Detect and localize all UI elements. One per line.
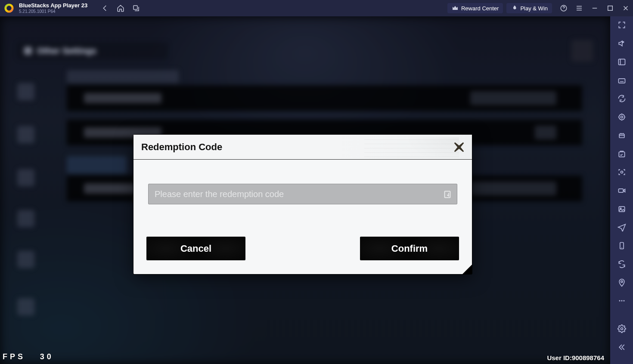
side-toolbar	[610, 16, 633, 364]
keyboard-icon[interactable]	[617, 76, 627, 85]
cancel-label: Cancel	[180, 243, 211, 254]
svg-point-19	[621, 300, 622, 302]
crown-icon	[452, 5, 459, 12]
svg-point-17	[621, 281, 622, 282]
fullscreen-icon[interactable]	[617, 21, 627, 30]
settings-nav-icon	[17, 298, 34, 315]
svg-point-1	[6, 6, 11, 10]
play-and-win-button[interactable]: Play & Win	[506, 3, 552, 13]
maximize-button[interactable]	[606, 4, 614, 12]
settings-nav-icon	[17, 251, 34, 268]
help-button[interactable]	[560, 4, 568, 12]
image-icon[interactable]	[617, 204, 627, 213]
redemption-code-input[interactable]	[155, 189, 436, 199]
redemption-code-modal: Redemption Code Cancel Confirm	[133, 135, 472, 274]
record-icon[interactable]	[617, 186, 627, 195]
settings-nav-icon	[17, 126, 34, 143]
reward-center-button[interactable]: Reward Center	[447, 3, 503, 13]
back-button[interactable]	[101, 4, 109, 12]
svg-rect-13	[618, 189, 623, 192]
play-win-label: Play & Win	[520, 5, 548, 12]
workspace: Other Settings Redemption Code	[0, 16, 633, 364]
confirm-label: Confirm	[391, 243, 428, 254]
svg-point-20	[623, 300, 624, 302]
fire-icon	[511, 5, 518, 12]
confirm-button[interactable]: Confirm	[360, 237, 459, 260]
airplane-icon[interactable]	[617, 223, 627, 232]
hamburger-menu-button[interactable]	[575, 4, 583, 12]
settings-title: Other Settings	[17, 42, 168, 59]
recents-button[interactable]	[132, 4, 140, 12]
titlebar: BlueStacks App Player 23 5.21.205.1001 P…	[0, 0, 633, 16]
svg-rect-14	[619, 207, 624, 212]
svg-point-18	[619, 300, 620, 302]
minimize-button[interactable]	[591, 4, 599, 12]
svg-rect-5	[445, 191, 450, 198]
sync-icon[interactable]	[617, 94, 627, 103]
game-viewport: Other Settings Redemption Code	[0, 16, 610, 364]
paste-button[interactable]	[441, 188, 453, 200]
location-icon[interactable]	[617, 278, 627, 287]
target-icon[interactable]	[617, 113, 627, 122]
rotate-icon[interactable]	[617, 260, 627, 269]
keymap-icon[interactable]	[617, 57, 627, 66]
reward-center-label: Reward Center	[461, 5, 499, 12]
collapse-toolbar-icon[interactable]	[617, 342, 627, 352]
title-block: BlueStacks App Player 23 5.21.205.1001 P…	[19, 3, 87, 13]
svg-point-12	[621, 171, 623, 173]
svg-rect-7	[618, 78, 625, 83]
modal-title: Redemption Code	[141, 142, 222, 153]
settings-close-button-blurred	[571, 40, 593, 62]
settings-nav-icon	[17, 210, 34, 227]
svg-point-9	[621, 116, 623, 118]
user-id-display: User ID:900898764	[547, 354, 604, 361]
settings-section-label	[67, 70, 179, 83]
memory-icon[interactable]	[617, 131, 627, 140]
code-input-wrap	[148, 184, 457, 204]
settings-nav-icon	[17, 169, 34, 186]
settings-nav-icon	[17, 83, 34, 100]
bluestacks-logo-icon	[3, 3, 15, 14]
svg-rect-4	[608, 6, 613, 11]
svg-point-21	[621, 328, 623, 330]
volume-icon[interactable]	[617, 39, 627, 48]
close-window-button[interactable]	[622, 4, 630, 12]
app-version: 5.21.205.1001 P64	[19, 9, 87, 14]
fps-counter: FPS 30	[3, 352, 54, 361]
settings-gear-icon[interactable]	[617, 324, 627, 333]
apk-icon[interactable]	[617, 149, 627, 158]
modal-header: Redemption Code	[133, 135, 472, 160]
settings-row	[67, 85, 582, 111]
device-icon[interactable]	[617, 241, 627, 250]
cancel-button[interactable]: Cancel	[146, 237, 245, 260]
app-title: BlueStacks App Player 23	[19, 3, 87, 9]
modal-corner-decoration	[462, 265, 472, 274]
svg-point-8	[619, 114, 624, 120]
modal-close-button[interactable]	[452, 140, 466, 154]
svg-rect-2	[133, 6, 137, 9]
svg-rect-6	[618, 59, 625, 65]
home-button[interactable]	[117, 4, 124, 12]
more-icon[interactable]	[617, 296, 627, 305]
screenshot-icon[interactable]	[617, 168, 627, 177]
